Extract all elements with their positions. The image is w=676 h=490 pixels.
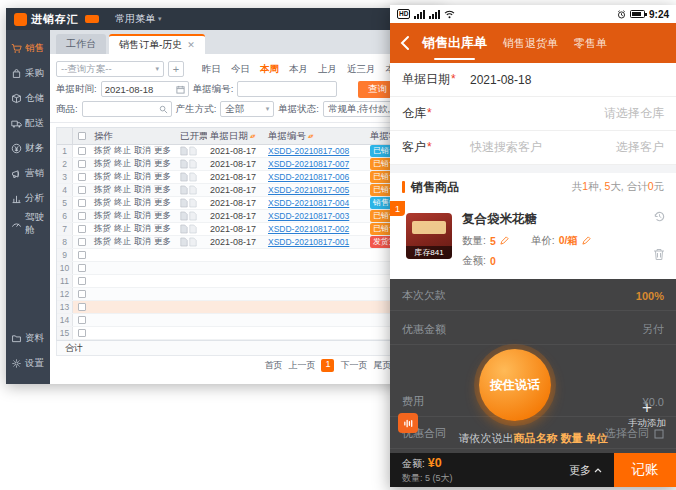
customer-search-input[interactable]: 快速搜索客户 xyxy=(470,139,542,156)
form-row-customer[interactable]: 客户* 快速搜索客户 选择客户 xyxy=(390,131,676,165)
page-item[interactable]: 下一页 xyxy=(340,359,367,372)
customer-select-link[interactable]: 选择客户 xyxy=(616,139,664,156)
date-shortcut[interactable]: 本周 xyxy=(260,63,279,76)
gen-type-select[interactable]: 全部 ▾ xyxy=(220,101,274,117)
table-row-empty[interactable]: 15 xyxy=(57,327,437,340)
row-action-link[interactable]: 拣货 xyxy=(94,145,111,157)
calendar-icon[interactable] xyxy=(176,85,185,94)
sidebar-item-8[interactable]: 驾驶舱 xyxy=(6,211,50,236)
trash-icon[interactable] xyxy=(653,247,666,265)
row-action-link[interactable]: 拣货 xyxy=(94,171,111,183)
back-arrow-icon[interactable] xyxy=(400,35,410,51)
table-row-empty[interactable]: 12 xyxy=(57,288,437,301)
doc-number-link[interactable]: XSDD-20210817-007 xyxy=(268,159,349,169)
more-button[interactable]: 更多 xyxy=(569,463,602,478)
sidebar-item-6[interactable]: 营销 xyxy=(6,161,50,186)
row-action-link[interactable]: 更多 xyxy=(154,197,171,209)
tab-workbench[interactable]: 工作台 xyxy=(56,34,106,54)
sidebar-item-5[interactable]: 财务 xyxy=(6,136,50,161)
doc-number-link[interactable]: XSDD-20210817-001 xyxy=(268,237,349,247)
doc-number-link[interactable]: XSDD-20210817-005 xyxy=(268,185,349,195)
date-value[interactable]: 2021-08-18 xyxy=(470,73,531,87)
row-action-link[interactable]: 更多 xyxy=(154,210,171,222)
form-row-warehouse[interactable]: 仓库* 请选择仓库 xyxy=(390,97,676,131)
edit-icon[interactable] xyxy=(582,235,591,247)
row-checkbox[interactable] xyxy=(78,225,86,233)
doc-number-link[interactable]: XSDD-20210817-002 xyxy=(268,224,349,234)
row-action-link[interactable]: 更多 xyxy=(154,223,171,235)
table-row-empty[interactable]: 14 xyxy=(57,314,437,327)
row-checkbox[interactable] xyxy=(78,290,86,298)
table-row[interactable]: 5 拣货终止取消更多 2021-08-17 XSDD-20210817-004 … xyxy=(57,197,437,210)
sidebar-item-3[interactable]: 仓储 xyxy=(6,86,50,111)
tab-retail[interactable]: 零售单 xyxy=(574,36,607,51)
row-checkbox[interactable] xyxy=(78,329,86,337)
manual-add-button[interactable]: + 手动添加 xyxy=(628,399,666,430)
table-row[interactable]: 7 拣货终止取消更多 2021-08-17 XSDD-20210817-002 … xyxy=(57,223,437,236)
row-action-link[interactable]: 拣货 xyxy=(94,184,111,196)
row-checkbox[interactable] xyxy=(78,212,86,220)
page-item[interactable]: 1 xyxy=(321,359,334,372)
row-action-link[interactable]: 更多 xyxy=(154,171,171,183)
row-action-link[interactable]: 更多 xyxy=(154,145,171,157)
row-action-link[interactable]: 取消 xyxy=(134,236,151,248)
date-shortcut[interactable]: 昨日 xyxy=(202,63,221,76)
row-action-link[interactable]: 终止 xyxy=(114,223,131,235)
page-item[interactable]: 尾页 xyxy=(373,359,391,372)
row-checkbox[interactable] xyxy=(78,199,86,207)
sidebar-item-7[interactable]: 分析 xyxy=(6,186,50,211)
table-row[interactable]: 4 拣货终止取消更多 2021-08-17 XSDD-20210817-005 … xyxy=(57,184,437,197)
row-checkbox[interactable] xyxy=(78,316,86,324)
qty-value[interactable]: 5 xyxy=(490,235,496,247)
tab-sales-order-history[interactable]: 销售订单-历史 ✕ xyxy=(109,34,205,54)
doc-number-link[interactable]: XSDD-20210817-004 xyxy=(268,198,349,208)
row-action-link[interactable]: 拣货 xyxy=(94,223,111,235)
close-icon[interactable]: ✕ xyxy=(187,40,195,50)
row-action-link[interactable]: 取消 xyxy=(134,184,151,196)
tab-sales-outbound[interactable]: 销售出库单 xyxy=(422,34,487,52)
table-row[interactable]: 8 拣货终止取消更多 2021-08-17 XSDD-20210817-001 … xyxy=(57,236,437,249)
row-action-link[interactable]: 更多 xyxy=(154,158,171,170)
date-shortcut[interactable]: 上月 xyxy=(318,63,337,76)
sidebar-item-1[interactable]: 销售 xyxy=(6,36,50,61)
row-checkbox[interactable] xyxy=(78,251,86,259)
row-checkbox[interactable] xyxy=(78,186,86,194)
row-checkbox[interactable] xyxy=(78,264,86,272)
add-query-plan-button[interactable]: + xyxy=(168,61,184,77)
row-action-link[interactable]: 终止 xyxy=(114,236,131,248)
row-checkbox[interactable] xyxy=(78,147,86,155)
table-row[interactable]: 6 拣货终止取消更多 2021-08-17 XSDD-20210817-003 … xyxy=(57,210,437,223)
row-checkbox[interactable] xyxy=(78,238,86,246)
table-row-empty[interactable]: 10 xyxy=(57,262,437,275)
hold-to-talk-button[interactable]: 按住说话 xyxy=(479,349,551,421)
table-row[interactable]: 2 拣货终止取消更多 2021-08-17 XSDD-20210817-007 … xyxy=(57,158,437,171)
doc-date-input[interactable] xyxy=(105,84,176,95)
table-row[interactable]: 1 拣货终止取消更多 2021-08-17 XSDD-20210817-008 … xyxy=(57,145,437,158)
select-all-checkbox[interactable] xyxy=(78,132,86,140)
row-action-link[interactable]: 更多 xyxy=(154,184,171,196)
row-action-link[interactable]: 取消 xyxy=(134,197,151,209)
row-action-link[interactable]: 取消 xyxy=(134,223,151,235)
row-action-link[interactable]: 终止 xyxy=(114,197,131,209)
page-item[interactable]: 上一页 xyxy=(288,359,315,372)
date-shortcut[interactable]: 本月 xyxy=(289,63,308,76)
doc-number-link[interactable]: XSDD-20210817-003 xyxy=(268,211,349,221)
table-row-empty[interactable]: 11 xyxy=(57,275,437,288)
row-action-link[interactable]: 取消 xyxy=(134,210,151,222)
search-icon[interactable] xyxy=(159,105,168,114)
record-button[interactable]: 记账 xyxy=(614,453,676,487)
tab-sales-return[interactable]: 销售退货单 xyxy=(503,36,558,51)
row-action-link[interactable]: 更多 xyxy=(154,236,171,248)
row-action-link[interactable]: 取消 xyxy=(134,158,151,170)
edit-icon[interactable] xyxy=(500,235,509,247)
price-value[interactable]: 0/箱 xyxy=(559,234,578,248)
goods-item-card[interactable]: 1 库存841 复合袋米花糖 数量: 5 单价: 0/箱 xyxy=(390,201,676,279)
row-action-link[interactable]: 取消 xyxy=(134,171,151,183)
history-icon[interactable] xyxy=(653,209,666,227)
table-row-empty[interactable]: 13 xyxy=(57,301,437,314)
row-checkbox[interactable] xyxy=(78,160,86,168)
row-action-link[interactable]: 拣货 xyxy=(94,158,111,170)
row-checkbox[interactable] xyxy=(78,277,86,285)
row-action-link[interactable]: 终止 xyxy=(114,184,131,196)
row-action-link[interactable]: 终止 xyxy=(114,171,131,183)
